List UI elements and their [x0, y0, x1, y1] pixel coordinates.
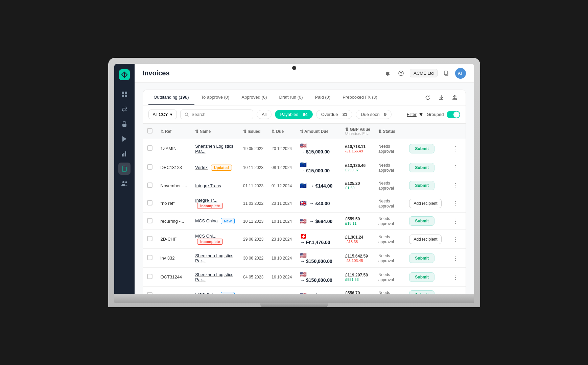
more-cell: ⋮ — [446, 139, 465, 158]
sidebar-item-play[interactable] — [118, 133, 131, 145]
row-checkbox[interactable] — [147, 274, 152, 279]
more-cell: ⋮ — [446, 158, 465, 177]
more-options-button[interactable]: ⋮ — [450, 253, 461, 263]
name-cell: MCS China New — [191, 287, 239, 294]
gbp-pnl: -£1,156.49 — [345, 149, 370, 153]
gbp-value-cell: £125.20 £1.50 — [341, 177, 374, 194]
action-cell: Add recipient — [405, 230, 446, 249]
flag-icon: 🇪🇺 — [300, 183, 307, 189]
col-status[interactable]: ⇅ Status — [374, 124, 405, 139]
tab-paid[interactable]: Paid (0) — [310, 90, 336, 105]
submit-button[interactable]: Submit — [409, 272, 434, 282]
name-link[interactable]: MCS China — [195, 292, 217, 294]
tab-to-approve[interactable]: To approve (0) — [196, 90, 235, 105]
submit-button[interactable]: Submit — [409, 216, 434, 226]
row-checkbox[interactable] — [147, 200, 152, 205]
help-button[interactable]: ? — [396, 68, 406, 79]
more-options-button[interactable]: ⋮ — [450, 198, 461, 209]
gbp-pnl: -£18.38 — [345, 240, 370, 244]
submit-button[interactable]: Submit — [409, 144, 434, 153]
user-avatar[interactable]: AT — [455, 68, 466, 79]
filter-button[interactable]: Filter — [407, 112, 423, 117]
more-options-button[interactable]: ⋮ — [450, 163, 461, 173]
submit-button[interactable]: Submit — [409, 290, 434, 294]
submit-button[interactable]: Submit — [409, 181, 434, 190]
add-recipient-button[interactable]: Add recipient — [409, 199, 442, 208]
copy-button[interactable] — [441, 68, 452, 79]
grouped-label: Grouped — [427, 112, 444, 117]
name-link[interactable]: Integre Tr... — [195, 198, 217, 203]
table-row: November -... Integre Trans 01 11 2023 0… — [143, 177, 466, 194]
name-link[interactable]: Shenzhen Logistics Par... — [195, 144, 233, 154]
row-checkbox[interactable] — [147, 164, 152, 170]
more-options-button[interactable]: ⋮ — [450, 144, 461, 154]
col-due[interactable]: ⇅ Due — [267, 124, 296, 139]
name-link[interactable]: MCS China — [195, 218, 217, 223]
row-checkbox[interactable] — [147, 236, 152, 241]
refresh-button[interactable] — [422, 92, 433, 103]
sidebar-item-transfers[interactable] — [118, 103, 131, 115]
tab-approved[interactable]: Approved (6) — [236, 90, 272, 105]
download-button[interactable] — [436, 92, 447, 103]
submit-button[interactable]: Submit — [409, 163, 434, 172]
sidebar-item-lock[interactable] — [118, 118, 131, 130]
name-link[interactable]: Vertex — [195, 165, 208, 170]
row-checkbox[interactable] — [147, 182, 152, 188]
submit-button[interactable]: Submit — [409, 253, 434, 263]
company-selector[interactable]: ACME Ltd — [410, 69, 437, 77]
issued-cell: 10 10 2023 — [239, 287, 267, 294]
tab-prebooked-fx[interactable]: Prebooked FX (3) — [337, 90, 383, 105]
row-checkbox[interactable] — [147, 145, 152, 151]
action-cell: Submit — [405, 158, 446, 177]
gbp-value: £13,136.46 — [345, 163, 370, 168]
issued-date: 29 06 2023 — [243, 237, 263, 242]
col-issued[interactable]: ⇅ Issued — [239, 124, 267, 139]
row-checkbox[interactable] — [147, 218, 152, 223]
status-badge: Updated — [211, 165, 232, 171]
ccy-selector[interactable]: All CCY ▾ — [148, 110, 177, 119]
svg-rect-4 — [125, 95, 127, 97]
search-input[interactable] — [192, 112, 249, 117]
name-link[interactable]: MCS Chi... — [195, 234, 216, 239]
ref-cell: inv 332 — [157, 249, 191, 268]
issued-date: 10 10 2023 — [243, 293, 263, 294]
ref-value: OCT31244 — [161, 274, 182, 279]
filter-chip-all[interactable]: All — [257, 110, 272, 119]
row-checkbox[interactable] — [147, 292, 152, 294]
row-checkbox[interactable] — [147, 255, 152, 260]
col-amount[interactable]: ⇅ Amount Due — [296, 124, 341, 139]
issued-cell: 01 11 2023 — [239, 177, 267, 194]
sidebar-item-users[interactable] — [118, 177, 131, 190]
filter-icon — [419, 112, 423, 117]
more-options-button[interactable]: ⋮ — [450, 234, 461, 244]
amount-value: → £40.00 — [309, 201, 330, 206]
export-button[interactable] — [449, 92, 460, 103]
col-ref[interactable]: ⇅ Ref — [157, 124, 191, 139]
more-options-button[interactable]: ⋮ — [450, 272, 461, 282]
action-cell: Submit — [405, 177, 446, 194]
col-name[interactable]: ⇅ Name — [191, 124, 239, 139]
sidebar-item-chart[interactable] — [118, 148, 131, 160]
tab-outstanding[interactable]: Outstanding (198) — [148, 90, 194, 105]
settings-button[interactable] — [381, 68, 392, 79]
flag-icon: 🇺🇸 — [300, 292, 307, 294]
sidebar-item-dashboard[interactable] — [118, 88, 131, 100]
ref-cell: OCT31244 — [157, 268, 191, 287]
select-all-checkbox[interactable] — [147, 128, 152, 133]
sidebar-item-invoices[interactable] — [118, 163, 131, 175]
more-options-button[interactable]: ⋮ — [450, 180, 461, 191]
grouped-switch[interactable] — [447, 111, 460, 118]
col-gbp-value[interactable]: ⇅ GBP Value Unrealised PnL — [341, 124, 374, 139]
filter-chip-due-soon[interactable]: Due soon 9 — [356, 110, 392, 119]
add-recipient-button[interactable]: Add recipient — [409, 235, 442, 244]
more-options-button[interactable]: ⋮ — [450, 290, 461, 294]
name-link[interactable]: Shenzhen Logistics Par... — [195, 272, 233, 282]
more-cell: ⋮ — [446, 249, 465, 268]
app-logo[interactable] — [119, 69, 130, 80]
name-link[interactable]: Integre Trans — [195, 183, 221, 188]
more-options-button[interactable]: ⋮ — [450, 216, 461, 226]
filter-chip-overdue[interactable]: Overdue 31 — [316, 110, 353, 119]
filter-chip-payables[interactable]: Payables 94 — [275, 110, 312, 119]
name-link[interactable]: Shenzhen Logistics Par... — [195, 253, 233, 263]
tab-draft-run[interactable]: Draft run (0) — [274, 90, 308, 105]
